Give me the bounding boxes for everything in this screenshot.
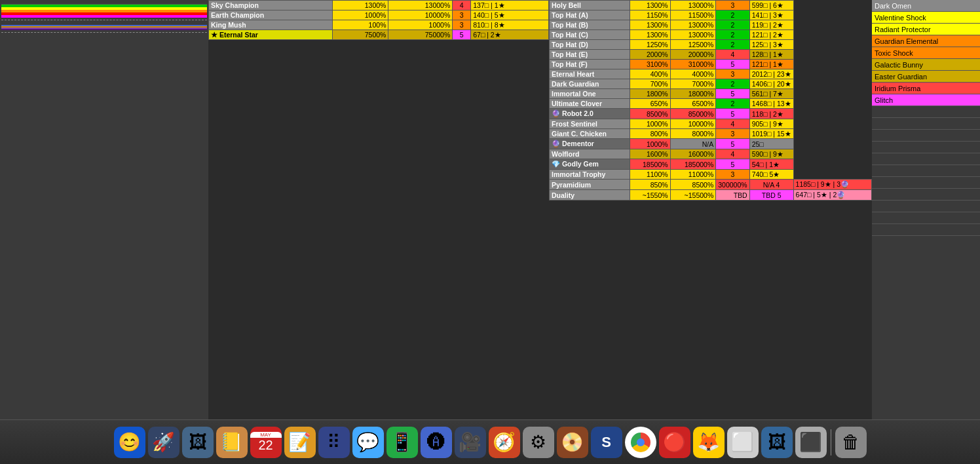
far-right-item-5: Galactic Bunny <box>872 59 980 71</box>
rt-count-5: 128□ | 1★ <box>749 50 793 60</box>
rt-num-2: 2 <box>716 20 749 30</box>
dock-icon-appstore[interactable]: 🅐 <box>421 427 452 458</box>
dock-icon-launchpad[interactable]: 🚀 <box>148 427 179 458</box>
rt-pct2-15: 16000% <box>670 149 716 159</box>
mid-pct1-3: 7500% <box>333 30 388 40</box>
rt-pct1-14: 1000% <box>630 139 670 149</box>
mid-count-2: 810□ | 8★ <box>471 20 549 30</box>
rt-pct2-10: 6500% <box>670 99 716 109</box>
rt-pct1-15: 1600% <box>630 149 670 159</box>
dock-icon-calendar[interactable]: MAY22 <box>250 427 282 458</box>
rt-count-15: 590□ | 9★ <box>749 149 793 159</box>
rt-name-12: Frost Sentinel <box>550 119 630 129</box>
rt-pct1-19: ~1550% <box>630 190 670 201</box>
mid-pct1-0: 1300% <box>333 1 388 10</box>
rt-pct1-0: 1300% <box>630 1 670 10</box>
rt-count-13: 1019□ | 15★ <box>749 129 793 139</box>
dock-icon-finder[interactable]: 😊 <box>114 427 145 458</box>
dock-icon-messages[interactable]: 💬 <box>352 427 384 458</box>
mid-pct2-3: 75000% <box>388 30 453 40</box>
rt-pct2-0: 13000% <box>670 1 716 10</box>
dock-icon-safari[interactable]: 🧭 <box>489 427 520 458</box>
rt-num-15: 4 <box>716 149 749 159</box>
dock-icon-app2[interactable]: ⬛ <box>795 427 827 458</box>
rt-name-4: Top Hat (D) <box>550 40 630 50</box>
dock-icon-photos[interactable]: 🖼 <box>182 427 214 458</box>
far-right-item-8: Glitch <box>872 94 980 106</box>
mid-num-1: 3 <box>453 10 471 20</box>
rt-count-18: 1185□ | 9★ | 3🔮 <box>793 180 871 190</box>
rt-count-4: 125□ | 3★ <box>749 40 793 50</box>
dock-icon-skype[interactable]: S <box>591 427 622 458</box>
dock-icon-reminders[interactable]: ⠿ <box>318 427 350 458</box>
rt-pct1-9: 1800% <box>630 89 670 99</box>
rt-count-0: 599□ | 6★ <box>749 1 793 10</box>
amount-shiny-mythic <box>1 29 207 30</box>
rt-name-3: Top Hat (C) <box>550 30 630 40</box>
rt-count-11: 118□ | 2★ <box>749 109 793 119</box>
rt-num-8: 2 <box>716 79 749 89</box>
rt-pct2-17: 11000% <box>670 170 716 180</box>
dock-icon-opera[interactable]: 🔴 <box>659 427 690 458</box>
far-right-item-18 <box>872 212 980 224</box>
mid-pct2-1: 10000% <box>388 10 453 20</box>
rt-pct2-12: 10000% <box>670 119 716 129</box>
rt-pct2-4: 12500% <box>670 40 716 50</box>
rt-name-6: Top Hat (F) <box>550 60 630 69</box>
rt-pct1-13: 800% <box>630 129 670 139</box>
dock-icon-systemprefs[interactable]: ⚙ <box>523 427 554 458</box>
dock-icon-stickies[interactable]: 📝 <box>284 427 316 458</box>
mid-pct2-2: 1000% <box>388 20 453 30</box>
rt-name-15: Wolflord <box>550 149 630 159</box>
divider1 <box>1 20 207 20</box>
dock: 😊🚀🖼📒MAY22📝⠿💬📱🅐🎥🧭⚙📀S🔴🦊⬜🖼⬛🗑 <box>0 419 980 464</box>
rt-count-10: 1468□ | 13★ <box>749 99 793 109</box>
rt-count-9: 561□ | 7★ <box>749 89 793 99</box>
mid-count-1: 140□ | 5★ <box>471 10 549 20</box>
rt-pct1-12: 1000% <box>630 119 670 129</box>
far-right-item-13 <box>872 153 980 165</box>
far-right-item-17 <box>872 201 980 212</box>
mid-name-3: ★ Eternal Star <box>209 30 333 40</box>
rt-num-12: 4 <box>716 119 749 129</box>
dock-icon-zoom[interactable]: 🎥 <box>455 427 486 458</box>
rt-pct1-7: 400% <box>630 69 670 79</box>
rt-pct2-18: 8500% <box>670 180 716 190</box>
rt-name-11: 🔮 Robot 2.0 <box>550 109 630 119</box>
rt-pct1-2: 1300% <box>630 20 670 30</box>
rt-num-14: 5 <box>716 139 749 149</box>
rt-num-4: 2 <box>716 40 749 50</box>
rt-num-9: 5 <box>716 89 749 99</box>
rt-pct2-16: 185000% <box>670 159 716 170</box>
far-right-item-7: Iridium Prisma <box>872 83 980 94</box>
far-right-item-0: Dark Omen <box>872 0 980 12</box>
mid-num-2: 3 <box>453 20 471 30</box>
rt-pct3-19: TBD <box>716 190 749 201</box>
rt-num-1: 2 <box>716 10 749 20</box>
dock-icon-trash[interactable]: 🗑 <box>835 427 867 458</box>
rt-count-7: 2012□ | 23★ <box>749 69 793 79</box>
far-right-item-6: Easter Guardian <box>872 71 980 83</box>
dock-icon-chrome[interactable] <box>625 427 656 458</box>
rt-pct1-1: 1150% <box>630 10 670 20</box>
far-right-item-14 <box>872 165 980 177</box>
dock-icon-firefox[interactable]: 🦊 <box>693 427 725 458</box>
rt-name-13: Giant C. Chicken <box>550 129 630 139</box>
mid-table: Sky Champion 1300% 13000% 4 137□ | 1★ Ea… <box>208 0 549 40</box>
dock-icon-dvdplayer[interactable]: 📀 <box>557 427 588 458</box>
rt-num-7: 3 <box>716 69 749 79</box>
far-right-item-10 <box>872 118 980 130</box>
rt-pct1-18: 850% <box>630 180 670 190</box>
dock-icon-preview[interactable]: 🖼 <box>761 427 793 458</box>
dock-icon-facetime[interactable]: 📱 <box>386 427 418 458</box>
rt-pct1-8: 700% <box>630 79 670 89</box>
divider2 <box>1 32 207 33</box>
rt-name-9: Immortal One <box>550 89 630 99</box>
dock-icon-app1[interactable]: ⬜ <box>727 427 759 458</box>
rt-pct2-9: 18000% <box>670 89 716 99</box>
dock-icon-contacts[interactable]: 📒 <box>216 427 248 458</box>
rt-name-17: Immortal Trophy <box>550 170 630 180</box>
rt-pct2-7: 4000% <box>670 69 716 79</box>
top-valued-8 <box>1 47 207 48</box>
rt-pct2-19: ~15500% <box>670 190 716 201</box>
